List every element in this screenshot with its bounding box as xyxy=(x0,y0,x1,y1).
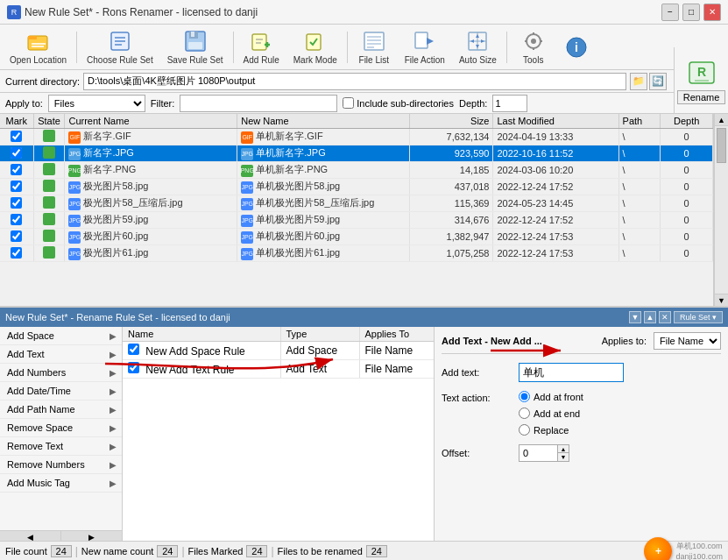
depth-input[interactable] xyxy=(492,95,527,112)
rule-menu-item[interactable]: Remove Numbers▶ xyxy=(0,456,122,474)
rules-table-row[interactable]: New Add Text Rule Add Text File Name xyxy=(123,360,434,379)
rules-table-row[interactable]: New Add Space Rule Add Space File Name xyxy=(123,342,434,360)
cell-check[interactable] xyxy=(0,145,33,162)
scroll-track[interactable] xyxy=(715,126,728,294)
save-rule-set-button[interactable]: Save Rule Set xyxy=(161,27,230,67)
svg-rect-10 xyxy=(191,32,194,37)
close-button[interactable]: ✕ xyxy=(703,4,721,21)
cell-modified: 2022-12-24 17:53 xyxy=(493,229,618,245)
col-header-depth[interactable]: Depth xyxy=(661,114,713,129)
radio-add-at-front[interactable]: Add at front xyxy=(519,391,583,402)
add-rule-button[interactable]: Add Rule xyxy=(237,27,286,67)
rules-col-name[interactable]: Name xyxy=(123,327,280,342)
apply-to-select[interactable]: Files Folders Files and Folders xyxy=(48,95,145,112)
rule-menu-item[interactable]: Remove Space▶ xyxy=(0,419,122,437)
file-list-area: Mark State Current Name New Name Size La… xyxy=(0,114,728,307)
rules-list-scroll[interactable]: Name Type Applies To New Add Space Rule … xyxy=(123,327,434,543)
info-button[interactable]: i xyxy=(558,27,595,67)
file-row-selected[interactable]: JPG新名字.JPG JPG单机新名字.JPG 923,590 2022-10-… xyxy=(0,145,713,162)
include-subdirs-label[interactable]: Include sub-directories xyxy=(343,97,454,109)
rule-sort-up-btn[interactable]: ▲ xyxy=(644,311,656,323)
tools-button[interactable]: Tools xyxy=(511,27,556,67)
new-name-count-value: 24 xyxy=(157,545,178,557)
table-row[interactable]: GIF新名字.GIF GIF单机新名字.GIF 7,632,134 2024-0… xyxy=(0,129,713,145)
table-row[interactable]: JPG极光图片60.jpg JPG单机极光图片60.jpg 1,382,947 … xyxy=(0,229,713,245)
scroll-down-btn[interactable]: ▼ xyxy=(715,294,728,306)
config-panel: Add Text - New Add ... Applies to: File … xyxy=(435,327,728,543)
radio-add-at-end[interactable]: Add at end xyxy=(519,408,583,419)
choose-rule-set-button[interactable]: Choose Rule Set xyxy=(81,27,159,67)
auto-size-button[interactable]: Auto Size xyxy=(453,27,503,67)
file-action-button[interactable]: File Action xyxy=(399,27,451,67)
browse-folder-button[interactable]: 📁 xyxy=(630,73,647,90)
rename-button[interactable]: Rename xyxy=(677,90,726,104)
rule-menu-item[interactable]: Remove Text▶ xyxy=(0,437,122,456)
col-header-modified[interactable]: Last Modified xyxy=(493,114,618,129)
rule-menu-item[interactable]: Add Date/Time▶ xyxy=(0,382,122,401)
rule-set-dropdown-btn[interactable]: Rule Set ▾ xyxy=(674,311,723,323)
add-text-input[interactable] xyxy=(519,363,624,382)
offset-input[interactable] xyxy=(519,444,557,462)
col-header-path[interactable]: Path xyxy=(618,114,661,129)
add-text-row: Add text: xyxy=(442,363,721,382)
minimize-button[interactable]: − xyxy=(661,4,679,21)
cell-path: \ xyxy=(618,245,661,262)
rules-col-applies[interactable]: Applies To xyxy=(359,327,434,342)
cell-check[interactable] xyxy=(0,179,33,195)
applies-to-config-select[interactable]: File Name Extension Full Name xyxy=(654,332,721,350)
rule-sort-down-btn[interactable]: ▼ xyxy=(629,311,641,323)
auto-size-label: Auto Size xyxy=(459,55,497,65)
cell-check[interactable] xyxy=(0,212,33,229)
rules-table: Name Type Applies To New Add Space Rule … xyxy=(123,327,434,379)
file-list-button[interactable]: File List xyxy=(351,27,397,67)
filter-input[interactable] xyxy=(180,95,337,112)
table-row[interactable]: JPG极光图片61.jpg JPG单机极光图片61.jpg 1,075,258 … xyxy=(0,245,713,262)
offset-down-btn[interactable]: ▼ xyxy=(557,453,569,462)
table-row[interactable]: PNG新名字.PNG PNG单机新名字.PNG 14,185 2024-03-0… xyxy=(0,162,713,179)
rules-col-type[interactable]: Type xyxy=(280,327,359,342)
open-location-button[interactable]: Open Location xyxy=(4,27,73,67)
radio-replace[interactable]: Replace xyxy=(519,424,583,436)
cell-new-name: JPG单机极光图片60.jpg xyxy=(237,229,410,245)
col-header-state[interactable]: State xyxy=(33,114,65,129)
file-list-scroll[interactable]: Mark State Current Name New Name Size La… xyxy=(0,114,714,306)
cell-size: 437,018 xyxy=(410,179,493,195)
rule-menu-item[interactable]: Add Numbers▶ xyxy=(0,364,122,382)
cell-state xyxy=(33,229,65,245)
rule-menu-item[interactable]: Add Music Tag▶ xyxy=(0,474,122,493)
col-header-current-name[interactable]: Current Name xyxy=(65,114,237,129)
cell-check[interactable] xyxy=(0,245,33,262)
cell-current-name: JPG极光图片60.jpg xyxy=(65,229,237,245)
table-row[interactable]: JPG极光图片58_压缩后.jpg JPG单机极光图片58_压缩后.jpg 11… xyxy=(0,195,713,212)
include-subdirs-checkbox[interactable] xyxy=(343,97,354,109)
cell-check[interactable] xyxy=(0,195,33,212)
toolbar: Open Location Choose Rule Set xyxy=(0,25,728,70)
rule-delete-btn[interactable]: ✕ xyxy=(659,311,671,323)
scroll-up-btn[interactable]: ▲ xyxy=(715,114,728,126)
table-row[interactable]: JPG极光图片59.jpg JPG单机极光图片59.jpg 314,676 20… xyxy=(0,212,713,229)
refresh-button[interactable]: 🔄 xyxy=(649,73,667,90)
cell-check[interactable] xyxy=(0,129,33,145)
rule-menu-item[interactable]: Add Space▶ xyxy=(0,327,122,345)
file-list-scrollbar[interactable]: ▲ ▼ xyxy=(714,114,728,306)
rule-menu-item[interactable]: Add Path Name▶ xyxy=(0,401,122,419)
directory-input[interactable] xyxy=(83,73,626,90)
cell-depth: 0 xyxy=(661,179,713,195)
save-rule-set-icon xyxy=(183,29,208,53)
depth-label: Depth: xyxy=(459,98,487,109)
col-header-new-name[interactable]: New Name xyxy=(237,114,410,129)
offset-up-btn[interactable]: ▲ xyxy=(557,444,569,453)
cell-state xyxy=(33,245,65,262)
offset-spinner: ▲ ▼ xyxy=(519,444,569,462)
cell-check[interactable] xyxy=(0,162,33,179)
cell-check[interactable] xyxy=(0,229,33,245)
scroll-thumb[interactable] xyxy=(717,128,726,163)
col-header-mark[interactable]: Mark xyxy=(0,114,33,129)
maximize-button[interactable]: □ xyxy=(682,4,700,21)
table-row[interactable]: JPG极光图片58.jpg JPG单机极光图片58.jpg 437,018 20… xyxy=(0,179,713,195)
col-header-size[interactable]: Size xyxy=(410,114,493,129)
choose-rule-set-icon xyxy=(108,29,132,53)
rule-menu-item[interactable]: Add Text▶ xyxy=(0,345,122,364)
cell-path: \ xyxy=(618,162,661,179)
mark-mode-button[interactable]: Mark Mode xyxy=(287,27,343,67)
